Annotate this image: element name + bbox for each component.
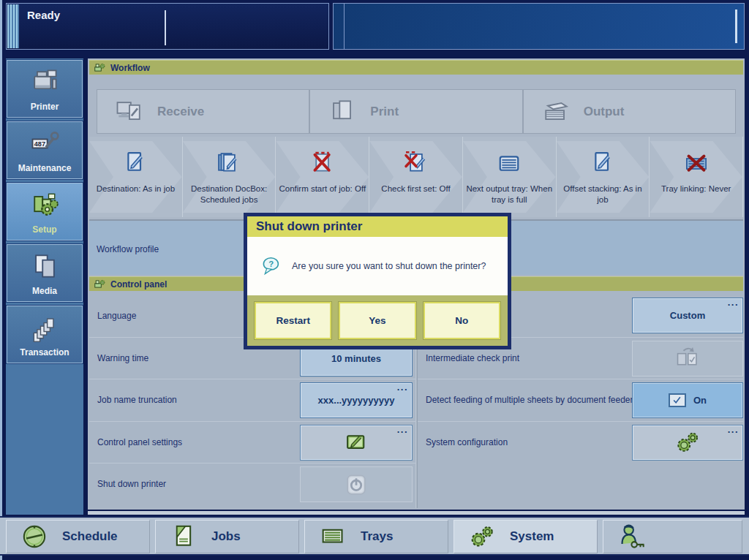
- clock-icon: [20, 522, 49, 551]
- edit-settings-icon: [342, 428, 370, 456]
- printer-status-text: Ready: [27, 9, 60, 21]
- workflow-header-label: Workflow: [110, 63, 150, 73]
- doc-cross-icon: [306, 148, 339, 179]
- dialog-button-label: No: [455, 315, 468, 326]
- row-job-name-truncation: Job name truncation ... xxx...yyyyyyyyyy: [89, 379, 415, 421]
- job-name-truncation-value-button[interactable]: ... xxx...yyyyyyyyyy: [300, 382, 413, 418]
- tab-trays[interactable]: Trays: [304, 520, 448, 553]
- timeline-tick: [735, 10, 737, 43]
- intermediate-check-print-button[interactable]: [632, 341, 743, 377]
- yes-button[interactable]: Yes: [339, 302, 415, 339]
- status-stripes-decoration: [7, 4, 19, 48]
- doc-pencil-cross-icon: [400, 148, 432, 179]
- detect-multiple-sheets-toggle-button[interactable]: On: [632, 382, 743, 418]
- tab-label: System: [510, 529, 554, 544]
- schedule-timeline-panel: [333, 3, 745, 50]
- system-configuration-button[interactable]: ...: [632, 425, 743, 461]
- stage-label: Output: [584, 105, 625, 119]
- machine-icon: [94, 278, 106, 290]
- tile-destination-docbox: Destination DocBox: Scheduled jobs: [183, 137, 276, 217]
- stage-label: Receive: [157, 105, 204, 119]
- tile-confirm-start: Confirm start of job: Off: [276, 137, 369, 217]
- transaction-cascade-icon: [29, 311, 61, 344]
- tab-jobs[interactable]: Jobs: [155, 520, 299, 553]
- row-shut-down-printer: Shut down printer: [89, 463, 415, 505]
- row-control-panel-settings: Control panel settings ...: [89, 421, 415, 463]
- no-button[interactable]: No: [424, 302, 500, 339]
- trays-icon: [318, 522, 347, 551]
- workflow-section-header: Workflow: [89, 60, 743, 75]
- sidebar-item-media[interactable]: Media: [6, 243, 83, 303]
- status-panel: Ready: [6, 3, 329, 50]
- output-tray-icon: [493, 148, 525, 179]
- sidebar-item-setup[interactable]: Setup: [6, 182, 83, 241]
- tray-cross-icon: [680, 148, 712, 179]
- dialog-button-label: Yes: [369, 315, 385, 326]
- sidebar-item-label: Setup: [32, 224, 56, 235]
- workflow-profile-label: Workflow profile: [97, 244, 159, 254]
- tile-label: Offset stacking: As in job: [557, 183, 650, 205]
- system-gears-icon: [467, 522, 497, 551]
- row-label: Language: [97, 311, 136, 321]
- row-label: Control panel settings: [97, 437, 182, 447]
- screen-left-edge: [0, 0, 2, 560]
- shut-down-printer-button[interactable]: [300, 466, 413, 502]
- shut-down-printer-dialog: Shut down printer Are you sure you want …: [244, 213, 511, 349]
- setup-sidebar: Printer Maintenance Setup Media Transact…: [6, 58, 83, 515]
- sidebar-item-transaction[interactable]: Transaction: [6, 305, 83, 364]
- power-icon: [342, 471, 370, 499]
- main-panel-bottom-strip: [88, 511, 745, 515]
- tab-system[interactable]: System: [453, 520, 598, 553]
- control-panel-header-label: Control panel: [110, 279, 167, 290]
- doc-stack-pencil-icon: [213, 148, 245, 179]
- machine-icon: [94, 61, 106, 74]
- checkmark-icon: [671, 396, 682, 405]
- checkbox: [669, 393, 686, 407]
- operator-login-button[interactable]: [603, 520, 742, 553]
- sidebar-item-label: Transaction: [20, 347, 69, 357]
- print-stage-button[interactable]: Print: [309, 89, 522, 134]
- button-value: Custom: [670, 310, 705, 321]
- dialog-title: Shut down printer: [256, 219, 362, 234]
- output-stage-button[interactable]: Output: [523, 89, 736, 134]
- sidebar-item-label: Printer: [31, 102, 59, 112]
- more-options-dots: ...: [728, 424, 739, 435]
- tile-label: Check first set: Off: [379, 183, 452, 194]
- doc-pencil-icon: [587, 148, 619, 179]
- output-stack-icon: [540, 96, 572, 128]
- row-label: Detect feeding of multiple sheets by doc…: [426, 395, 633, 405]
- sidebar-item-maintenance[interactable]: Maintenance: [6, 121, 83, 180]
- row-label: Job name truncation: [97, 395, 177, 405]
- printer-control-panel-screen: Ready Printer Maintenance Setup Media Tr…: [0, 0, 749, 560]
- tile-next-output-tray: Next output tray: When tray is full: [463, 137, 557, 217]
- sidebar-item-printer[interactable]: Printer: [6, 59, 83, 118]
- status-panel-divider: [165, 10, 166, 45]
- tile-offset-stacking: Offset stacking: As in job: [557, 137, 650, 217]
- tile-destination: Destination: As in job: [89, 137, 183, 217]
- row-label: System configuration: [426, 437, 508, 447]
- print-icon: [326, 96, 358, 128]
- tab-label: Jobs: [211, 529, 241, 544]
- tile-check-first-set: Check first set: Off: [369, 137, 463, 217]
- dialog-title-bar: Shut down printer: [247, 216, 508, 237]
- workflow-settings-row: Destination: As in job Destination DocBo…: [89, 137, 743, 217]
- tab-schedule[interactable]: Schedule: [6, 520, 150, 553]
- tab-label: Schedule: [62, 529, 118, 544]
- question-bubble-icon: [260, 255, 282, 277]
- control-panel-settings-button[interactable]: ...: [300, 425, 413, 461]
- row-detect-multiple-sheets: Detect feeding of multiple sheets by doc…: [418, 379, 743, 421]
- dialog-button-label: Restart: [276, 315, 310, 326]
- dialog-message: Are you sure you want to shut down the p…: [292, 261, 486, 271]
- media-sheets-icon: [29, 250, 61, 282]
- more-options-dots: ...: [397, 424, 408, 435]
- doc-pencil-icon: [119, 148, 151, 179]
- sidebar-item-label: Media: [32, 286, 57, 296]
- tile-tray-linking: Tray linking: Never: [650, 137, 743, 217]
- sidebar-item-label: Maintenance: [18, 163, 72, 173]
- button-value: 10 minutes: [331, 353, 381, 364]
- sounds-value-button[interactable]: ... Custom: [632, 298, 743, 333]
- row-system-configuration: System configuration ...: [418, 421, 743, 463]
- tab-label: Trays: [361, 529, 393, 544]
- receive-stage-button[interactable]: Receive: [97, 89, 309, 134]
- restart-button[interactable]: Restart: [255, 302, 331, 339]
